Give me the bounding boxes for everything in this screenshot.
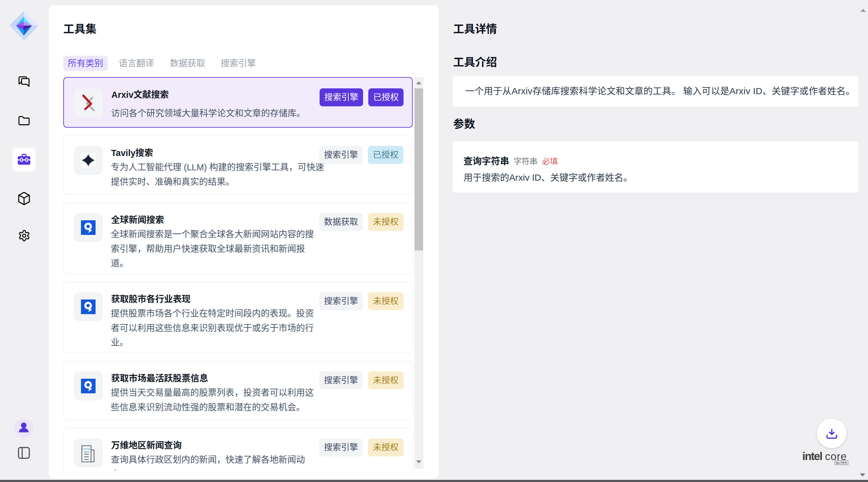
svg-text:LOCAL: LOCAL <box>83 448 91 450</box>
svg-text:NEW: NEW <box>84 451 90 453</box>
